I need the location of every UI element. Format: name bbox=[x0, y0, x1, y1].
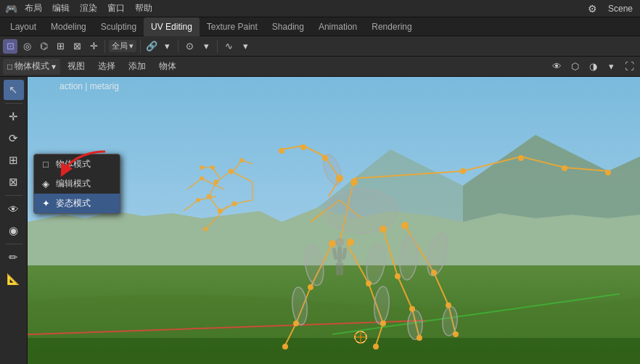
viewport[interactable]: action | metarig □ 物体模式 ◈ 编辑模式 ✦ 姿态模式 bbox=[28, 77, 640, 364]
tab-sculpting[interactable]: Sculpting bbox=[94, 17, 144, 36]
left-toolbar: ↖ ✛ ⟳ ⊞ ⊠ 👁 ◉ ✏ 📐 bbox=[0, 77, 28, 364]
menu-layout[interactable]: 布局 bbox=[20, 1, 46, 16]
workspace-tabs: Layout Modeling Sculpting UV Editing Tex… bbox=[0, 17, 640, 36]
snap-dropdown[interactable]: 全局 ▾ bbox=[109, 40, 136, 52]
mode-label: 物体模式 bbox=[15, 60, 49, 73]
edit-mode-label: 编辑模式 bbox=[56, 178, 91, 190]
svg-point-87 bbox=[335, 238, 344, 247]
svg-rect-90 bbox=[342, 248, 347, 260]
xray-icon[interactable]: ⬡ bbox=[567, 59, 583, 75]
blender-logo: 🎮 bbox=[3, 1, 19, 17]
menu-help[interactable]: 帮助 bbox=[131, 1, 157, 16]
snap-group: 🔗 ▾ bbox=[144, 39, 174, 54]
select-lasso-icon[interactable]: ⌬ bbox=[36, 39, 51, 54]
select-box-icon[interactable]: ⊡ bbox=[3, 39, 17, 54]
rotate-tool-btn[interactable]: ⟳ bbox=[4, 128, 24, 149]
tab-rendering[interactable]: Rendering bbox=[364, 17, 419, 36]
tab-animation[interactable]: Animation bbox=[311, 17, 364, 36]
menu-window[interactable]: 窗口 bbox=[103, 1, 129, 16]
viewport-shading-icon[interactable]: ◑ bbox=[585, 59, 601, 75]
measure-tool-btn[interactable]: 📐 bbox=[4, 269, 24, 289]
mode-chevron: ▾ bbox=[52, 62, 56, 72]
pose-mode-label: 姿态模式 bbox=[56, 197, 91, 210]
lt-sep-1 bbox=[5, 103, 22, 104]
select-btn[interactable]: 选择 bbox=[92, 59, 121, 75]
3d-cursor bbox=[353, 329, 369, 347]
cursor-icon[interactable]: ✛ bbox=[86, 39, 101, 54]
separator-1 bbox=[104, 40, 105, 53]
scale-tool-btn[interactable]: ⊞ bbox=[4, 150, 24, 170]
wave-dropdown-icon[interactable]: ▾ bbox=[238, 39, 253, 54]
select-tool-btn[interactable]: ↖ bbox=[4, 80, 24, 100]
viewport-header-right: 👁 ⬡ ◑ ▾ ⛶ bbox=[549, 59, 637, 75]
scene-label[interactable]: Scene bbox=[604, 2, 637, 15]
top-menu-bar: 🎮 布局 编辑 渲染 窗口 帮助 ⚙ Scene bbox=[0, 0, 640, 17]
svg-rect-91 bbox=[336, 262, 340, 276]
svg-rect-92 bbox=[340, 262, 343, 276]
tab-uv-editing[interactable]: UV Editing bbox=[144, 17, 200, 36]
toolbar-row: ⊡ ◎ ⌬ ⊞ ⊠ ✛ 全局 ▾ 🔗 ▾ ⊙ ▾ ∿ ▾ bbox=[0, 36, 640, 57]
proportional-edit-icon[interactable]: ⊙ bbox=[182, 39, 197, 54]
tab-layout[interactable]: Layout bbox=[3, 17, 44, 36]
snap-label: 全局 bbox=[112, 41, 128, 51]
viewport-overlays-icon[interactable]: 👁 bbox=[549, 59, 565, 75]
tab-shading[interactable]: Shading bbox=[265, 17, 311, 36]
red-arrow-indicator bbox=[58, 148, 109, 179]
shading-dropdown-icon[interactable]: ▾ bbox=[603, 59, 619, 75]
mode-pose-mode[interactable]: ✦ 姿态模式 bbox=[34, 194, 120, 213]
magnet-icon[interactable]: 🔗 bbox=[144, 39, 159, 54]
tab-texture-paint[interactable]: Texture Paint bbox=[200, 17, 265, 36]
svg-rect-89 bbox=[332, 248, 337, 260]
object-mode-icon: □ bbox=[40, 159, 52, 170]
snap-options-icon[interactable]: ▾ bbox=[160, 39, 174, 54]
object-btn[interactable]: 物体 bbox=[153, 59, 182, 75]
camera-tool-btn[interactable]: ◉ bbox=[4, 220, 24, 241]
mode-icon: □ bbox=[7, 62, 12, 72]
move-tool-btn[interactable]: ✛ bbox=[4, 107, 24, 127]
select-circle-icon[interactable]: ◎ bbox=[20, 39, 34, 54]
edit-mode-icon: ◈ bbox=[40, 178, 52, 189]
viewport-info-overlay: action | metarig bbox=[60, 81, 119, 91]
ghost-figure bbox=[332, 236, 347, 280]
select-extra2-icon[interactable]: ⊠ bbox=[70, 39, 84, 54]
lt-sep-2 bbox=[5, 195, 22, 196]
viewport-header: □ 物体模式 ▾ 视图 选择 添加 物体 👁 ⬡ ◑ ▾ ⛶ bbox=[0, 57, 640, 77]
eye-tool-btn[interactable]: 👁 bbox=[4, 199, 24, 219]
view-btn[interactable]: 视图 bbox=[62, 59, 91, 75]
draw-tool-btn[interactable]: ✏ bbox=[4, 247, 24, 268]
select-extra-icon[interactable]: ⊞ bbox=[53, 39, 67, 54]
proportional-dropdown-icon[interactable]: ▾ bbox=[199, 39, 213, 54]
svg-rect-88 bbox=[337, 247, 342, 262]
wave-icon[interactable]: ∿ bbox=[221, 39, 236, 54]
separator-2 bbox=[140, 40, 141, 53]
lt-sep-3 bbox=[5, 244, 22, 244]
menu-render[interactable]: 渲染 bbox=[75, 1, 102, 16]
menu-edit[interactable]: 编辑 bbox=[48, 1, 74, 16]
fullscreen-icon[interactable]: ⛶ bbox=[621, 59, 637, 75]
scene-background bbox=[28, 77, 640, 364]
snap-chevron: ▾ bbox=[129, 41, 134, 51]
main-area: ↖ ✛ ⟳ ⊞ ⊠ 👁 ◉ ✏ 📐 bbox=[0, 77, 640, 364]
user-prefs-icon[interactable]: ⚙ bbox=[585, 1, 601, 17]
add-btn[interactable]: 添加 bbox=[123, 59, 152, 75]
separator-4 bbox=[217, 40, 218, 53]
tab-modeling[interactable]: Modeling bbox=[44, 17, 94, 36]
transform-tool-btn[interactable]: ⊠ bbox=[4, 172, 24, 192]
mode-dropdown[interactable]: □ 物体模式 ▾ bbox=[3, 59, 60, 75]
pose-mode-icon: ✦ bbox=[40, 198, 52, 209]
separator-3 bbox=[178, 40, 179, 53]
